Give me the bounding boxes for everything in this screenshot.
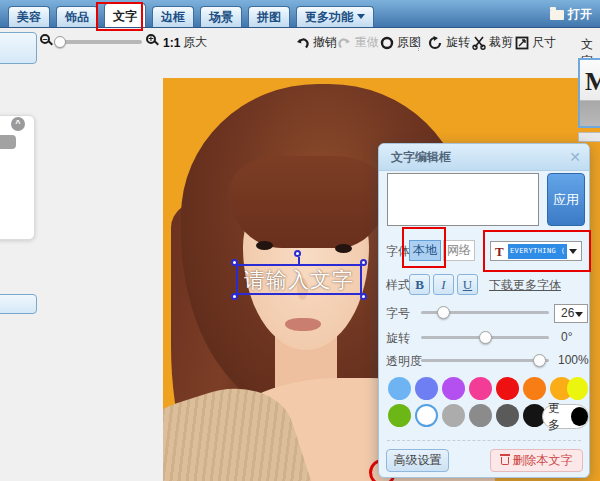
color-swatch-selected[interactable]	[415, 404, 438, 427]
font-size-label: 字号	[386, 305, 410, 322]
opacity-slider-handle[interactable]	[533, 354, 546, 367]
text-editor-panel: 文字编辑框 ✕ 应用 字体 本地 网络 T EVERYTHING ( 样式 B …	[378, 143, 590, 478]
text-resize-handle[interactable]	[360, 293, 367, 300]
rotation-slider-handle[interactable]	[479, 331, 492, 344]
black-color-swatch[interactable]	[571, 407, 588, 426]
trash-icon	[501, 457, 509, 465]
zoom-ratio-label: 原大	[183, 34, 207, 51]
italic-button[interactable]: I	[433, 274, 454, 295]
color-swatch[interactable]	[496, 404, 519, 427]
text-input-area[interactable]	[387, 173, 539, 226]
underline-button[interactable]: U	[457, 274, 478, 295]
zoom-slider[interactable]	[56, 40, 142, 44]
bold-button[interactable]: B	[409, 274, 430, 295]
tab-more-functions[interactable]: 更多功能	[296, 6, 374, 27]
color-swatch[interactable]	[415, 377, 438, 400]
resize-button[interactable]: 尺寸	[515, 34, 556, 51]
text-rotate-handle[interactable]	[294, 250, 301, 257]
font-size-slider-handle[interactable]	[437, 306, 450, 319]
color-swatch[interactable]	[388, 404, 411, 427]
tab-strip: 美容 饰品 文字 边框 场景 拼图 更多功能	[8, 3, 374, 27]
resize-label: 尺寸	[532, 34, 556, 51]
font-type-icon: T	[495, 244, 504, 260]
left-panel-remnant-bottom[interactable]	[0, 294, 37, 314]
redo-icon	[337, 36, 352, 50]
tab-collage[interactable]: 拼图	[248, 6, 290, 27]
rotation-label: 旋转	[386, 330, 410, 347]
chevron-down-icon	[357, 14, 365, 19]
font-local-button[interactable]: 本地	[409, 240, 441, 261]
left-card-pill	[0, 135, 16, 149]
crop-button[interactable]: 裁剪	[472, 34, 513, 51]
opacity-slider[interactable]	[421, 359, 549, 362]
rotate-handle-stem	[298, 257, 300, 265]
collapse-icon[interactable]: ^	[11, 117, 25, 131]
canvas-text-placeholder: 请输入文字	[244, 268, 354, 291]
text-resize-handle[interactable]	[231, 293, 238, 300]
canvas-toolbar: – + 1:1 原大 撤销 重做 原图 旋转 裁剪 尺寸	[0, 28, 600, 56]
zoom-out-button[interactable]: –	[40, 34, 53, 47]
toolbar-separator	[418, 36, 419, 51]
color-swatch[interactable]	[442, 377, 465, 400]
font-size-select[interactable]: 26	[554, 304, 588, 323]
panel-divider	[387, 440, 581, 441]
photo-bangs	[229, 156, 387, 248]
more-colors-button[interactable]: 更多	[542, 404, 589, 429]
zoom-in-button[interactable]: +	[146, 34, 159, 47]
redo-label: 重做	[355, 34, 379, 51]
close-icon[interactable]: ✕	[569, 149, 581, 165]
undo-icon	[295, 36, 310, 50]
rotate-button[interactable]: 旋转	[428, 34, 470, 51]
tab-text[interactable]: 文字	[104, 3, 146, 27]
canvas-text-overlay[interactable]: 请输入文字	[236, 264, 362, 295]
font-network-button[interactable]: 网络	[443, 240, 475, 261]
color-swatch[interactable]	[469, 404, 492, 427]
open-button[interactable]: 打开	[550, 6, 592, 23]
tab-beauty[interactable]: 美容	[8, 6, 50, 27]
text-resize-handle[interactable]	[231, 259, 238, 266]
zoom-out-icon: –	[40, 34, 53, 47]
text-resize-handle[interactable]	[360, 259, 367, 266]
crop-scissors-icon	[472, 36, 486, 50]
rotate-label: 旋转	[446, 34, 470, 51]
tab-accessories[interactable]: 饰品	[56, 6, 98, 27]
font-preview-tile-next[interactable]	[578, 132, 600, 142]
zoom-slider-handle[interactable]	[54, 36, 66, 48]
color-swatch[interactable]	[469, 377, 492, 400]
opacity-label: 透明度	[386, 353, 422, 370]
apply-button[interactable]: 应用	[547, 173, 585, 226]
color-swatch[interactable]	[496, 377, 519, 400]
delete-text-label: 删除本文字	[513, 452, 573, 469]
left-tool-card	[0, 115, 35, 240]
more-colors-label: 更多	[548, 400, 569, 434]
redo-button[interactable]: 重做	[337, 34, 379, 51]
delete-text-button[interactable]: 删除本文字	[490, 449, 583, 472]
chevron-down-icon	[569, 249, 577, 254]
download-more-fonts-link[interactable]: 下载更多字体	[489, 277, 561, 294]
original-image-button[interactable]: 原图	[380, 34, 421, 51]
font-size-slider[interactable]	[421, 311, 549, 314]
font-size-value: 26	[561, 306, 574, 320]
font-family-value: EVERYTHING (	[508, 244, 567, 259]
zoom-ratio-value: 1:1	[163, 36, 180, 50]
opacity-value: 100%	[558, 353, 589, 367]
font-family-select[interactable]: T EVERYTHING (	[490, 241, 582, 261]
advanced-settings-button[interactable]: 高级设置	[386, 449, 449, 472]
panel-title: 文字编辑框	[379, 144, 589, 171]
folder-icon	[550, 10, 564, 20]
color-swatch[interactable]	[567, 377, 588, 400]
font-preview-tile[interactable]: M	[578, 58, 600, 128]
zoom-ratio[interactable]: 1:1 原大	[163, 34, 207, 51]
color-swatch[interactable]	[442, 404, 465, 427]
open-button-label: 打开	[568, 6, 592, 23]
zoom-in-icon: +	[146, 34, 159, 47]
color-swatch[interactable]	[388, 377, 411, 400]
color-swatch[interactable]	[523, 377, 546, 400]
top-tab-bar: 美容 饰品 文字 边框 场景 拼图 更多功能 打开	[0, 0, 600, 28]
tab-border[interactable]: 边框	[152, 6, 194, 27]
tab-scene[interactable]: 场景	[200, 6, 242, 27]
rotation-value: 0°	[561, 330, 572, 344]
undo-button[interactable]: 撤销	[295, 34, 337, 51]
font-label: 字体	[386, 243, 410, 260]
rotation-slider[interactable]	[421, 336, 549, 339]
